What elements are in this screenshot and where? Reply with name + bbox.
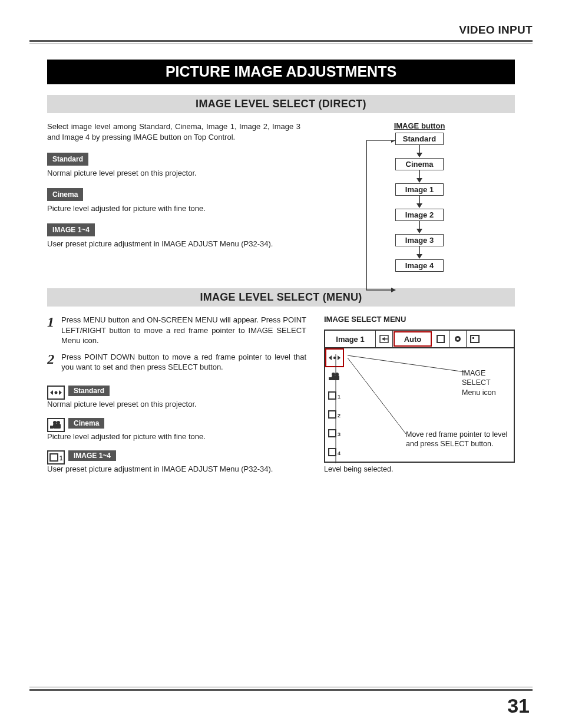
svg-rect-18 xyxy=(50,426,53,429)
svg-marker-9 xyxy=(416,229,422,233)
section-header: VIDEO INPUT xyxy=(29,24,533,37)
step-text: Press MENU button and ON-SCREEN MENU wil… xyxy=(61,315,306,346)
top-rules xyxy=(29,40,533,44)
level-badge-image14-2: IMAGE 1~4 xyxy=(68,450,116,461)
image1-icon: 1 xyxy=(47,450,65,465)
arrow-down-icon xyxy=(415,145,424,158)
arrow-down-icon xyxy=(415,246,424,259)
direct-intro: Select image level among Standard, Cinem… xyxy=(47,121,300,142)
level-badge-standard: Standard xyxy=(47,153,88,166)
level-desc-cinema-2: Picture level adjusted for picture with … xyxy=(47,432,306,441)
svg-marker-1 xyxy=(391,140,396,143)
image-button-label: IMAGE button xyxy=(361,121,478,130)
level-desc-standard: Normal picture level preset on this proj… xyxy=(47,168,300,179)
arrow-down-icon xyxy=(415,221,424,234)
svg-point-17 xyxy=(57,421,60,424)
standard-icon xyxy=(47,386,65,400)
section-heading-menu: IMAGE LEVEL SELECT (MENU) xyxy=(47,288,515,307)
osd-pointer-callout: Move red frame pointer to level and pres… xyxy=(406,430,507,449)
loop-arrow-icon xyxy=(362,140,397,294)
page-title: PICTURE IMAGE ADJUSTMENTS xyxy=(47,60,515,84)
flow-box: Image 1 xyxy=(395,183,444,196)
svg-rect-28 xyxy=(472,337,474,339)
section-heading-direct: IMAGE LEVEL SELECT (DIRECT) xyxy=(47,95,515,113)
step-number: 2 xyxy=(47,352,54,373)
flow-box: Image 3 xyxy=(395,234,444,246)
level-desc-image14: User preset picture adjustment in IMAGE … xyxy=(47,239,300,249)
selected-pointer-icon xyxy=(330,354,342,467)
svg-marker-0 xyxy=(391,288,396,292)
osd-panel: Image 1 Auto xyxy=(324,330,515,463)
osd-heading: IMAGE SELECT MENU xyxy=(324,315,515,324)
level-desc-cinema: Picture level adjusted for picture with … xyxy=(47,203,300,214)
level-badge-cinema: Cinema xyxy=(47,188,83,201)
svg-marker-22 xyxy=(382,337,385,341)
svg-rect-27 xyxy=(471,335,479,342)
svg-rect-15 xyxy=(53,424,61,429)
svg-marker-14 xyxy=(59,390,62,395)
level-badge-standard-2: Standard xyxy=(68,386,110,396)
arrow-down-icon xyxy=(415,170,424,183)
svg-marker-5 xyxy=(416,178,422,183)
osd-image-select-icon xyxy=(432,331,449,347)
svg-marker-12 xyxy=(50,390,53,395)
osd-screen-icon xyxy=(467,331,483,347)
flow-box: Standard xyxy=(395,133,444,145)
svg-text:1: 1 xyxy=(59,455,62,462)
osd-current-level: Image 1 xyxy=(325,331,376,347)
svg-marker-3 xyxy=(416,153,422,157)
svg-point-26 xyxy=(457,338,459,340)
flow-box: Cinema xyxy=(395,158,444,170)
cinema-icon xyxy=(47,418,65,432)
page-number: 31 xyxy=(507,694,530,717)
step-text: Press POINT DOWN button to move a red fr… xyxy=(61,352,306,373)
osd-selected-caption: Level being selected. xyxy=(324,465,515,473)
callout-line-icon xyxy=(344,348,515,443)
flow-box: Image 4 xyxy=(395,259,444,272)
osd-input-icon xyxy=(376,331,393,347)
svg-rect-24 xyxy=(437,335,444,342)
svg-marker-7 xyxy=(416,203,422,208)
svg-rect-19 xyxy=(50,454,58,461)
arrow-down-icon xyxy=(415,196,424,209)
svg-point-13 xyxy=(55,391,58,394)
svg-line-45 xyxy=(348,358,406,434)
osd-mode: Auto xyxy=(394,331,432,347)
level-desc-standard-2: Normal picture level preset on this proj… xyxy=(47,400,306,409)
level-badge-cinema-2: Cinema xyxy=(68,418,104,429)
osd-adjust-icon xyxy=(449,331,467,347)
step-number: 1 xyxy=(47,315,54,346)
svg-marker-11 xyxy=(416,254,422,259)
bottom-rules xyxy=(29,687,533,693)
level-badge-image14: IMAGE 1~4 xyxy=(47,223,95,236)
svg-point-16 xyxy=(53,421,57,424)
flow-box: Image 2 xyxy=(395,209,444,221)
level-desc-image14-2: User preset picture adjustment in IMAGE … xyxy=(47,465,306,473)
